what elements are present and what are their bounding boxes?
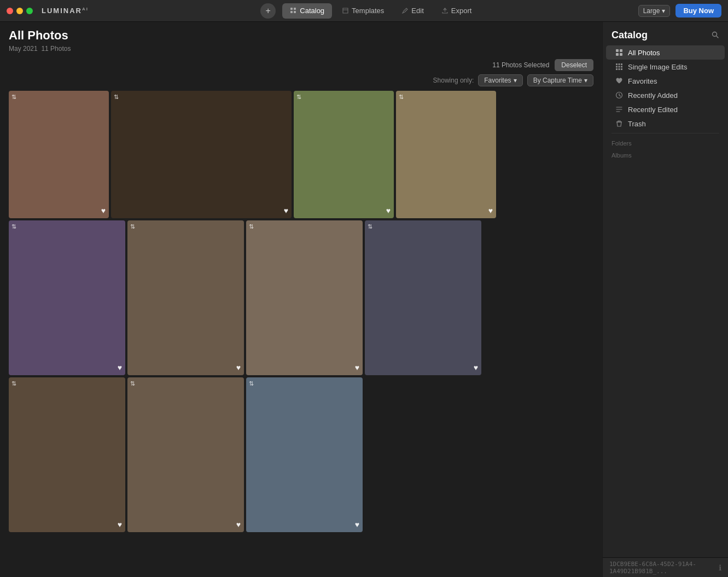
photo-3[interactable]: ⇅ ♥ xyxy=(294,91,394,218)
adjust-icon: ⇅ xyxy=(11,380,16,387)
export-icon xyxy=(441,7,449,14)
favorite-icon[interactable]: ♥ xyxy=(284,206,288,215)
grid-icon xyxy=(615,62,624,71)
minimize-dot[interactable] xyxy=(16,8,23,14)
adjust-icon: ⇅ xyxy=(296,94,301,101)
photo-grid: ⇅ ♥ ⇅ ♥ ⇅ ♥ ⇅ ♥ ⇅ xyxy=(0,91,602,577)
adjust-icon: ⇅ xyxy=(368,223,372,230)
sidebar-item-recently-added[interactable]: Recently Added xyxy=(606,88,725,102)
titlebar-nav: + Catalog Templates Edit xyxy=(102,3,638,19)
favorite-icon[interactable]: ♥ xyxy=(101,206,106,215)
photo-7[interactable]: ⇅ ♥ xyxy=(246,220,363,375)
app-logo: LUMINARAI xyxy=(42,7,89,15)
svg-rect-14 xyxy=(621,66,622,68)
adjust-icon: ⇅ xyxy=(114,94,119,101)
albums-section-label: Albums xyxy=(603,148,728,160)
adjust-icon: ⇅ xyxy=(249,223,254,230)
content-area: All Photos May 2021 11 Photos 11 Photos … xyxy=(0,22,602,577)
main-layout: All Photos May 2021 11 Photos 11 Photos … xyxy=(0,22,728,577)
svg-rect-13 xyxy=(619,66,620,68)
photo-5[interactable]: ⇅ ♥ xyxy=(9,220,125,375)
search-icon[interactable] xyxy=(711,31,719,40)
titlebar-right: Large ▾ Buy Now xyxy=(638,4,721,18)
photo-11[interactable]: ⇅ ♥ xyxy=(246,377,363,532)
content-header: All Photos May 2021 11 Photos xyxy=(0,22,602,56)
favorite-icon[interactable]: ♥ xyxy=(355,520,359,529)
sidebar-item-single-image-edits[interactable]: Single Image Edits xyxy=(606,60,725,74)
svg-rect-12 xyxy=(616,66,618,68)
clock-icon xyxy=(615,91,624,100)
photo-1[interactable]: ⇅ ♥ xyxy=(9,91,109,218)
svg-rect-16 xyxy=(619,68,620,70)
svg-rect-10 xyxy=(619,63,620,65)
selected-count-label: 11 Photos Selected xyxy=(492,61,549,69)
favorite-icon[interactable]: ♥ xyxy=(236,363,241,372)
sidebar-title: Catalog xyxy=(611,30,648,41)
favorite-icon[interactable]: ♥ xyxy=(355,363,359,372)
templates-icon xyxy=(342,7,349,14)
filter-bar: Showing only: Favorites ▾ By Capture Tim… xyxy=(0,74,602,91)
filter-prefix-label: Showing only: xyxy=(433,77,474,84)
sidebar-item-label: Single Image Edits xyxy=(628,63,687,71)
chevron-down-icon: ▾ xyxy=(584,77,587,84)
tab-export[interactable]: Export xyxy=(434,3,480,19)
content-toolbar: 11 Photos Selected Deselect xyxy=(0,56,602,74)
adjust-icon: ⇅ xyxy=(11,223,16,230)
sort-dropdown[interactable]: By Capture Time ▾ xyxy=(527,74,593,86)
sidebar-item-all-photos[interactable]: All Photos xyxy=(606,45,725,60)
info-icon[interactable]: ℹ xyxy=(719,563,721,572)
add-button[interactable]: + xyxy=(260,3,276,19)
photo-2[interactable]: ⇅ ♥ xyxy=(111,91,292,218)
adjust-icon: ⇅ xyxy=(130,223,135,230)
lines-icon xyxy=(615,105,624,114)
photo-10[interactable]: ⇅ ♥ xyxy=(127,377,244,532)
svg-rect-1 xyxy=(294,8,296,10)
tab-catalog[interactable]: Catalog xyxy=(282,3,332,19)
fullscreen-dot[interactable] xyxy=(26,8,33,14)
tab-templates[interactable]: Templates xyxy=(334,3,392,19)
sidebar-item-favorites[interactable]: Favorites xyxy=(606,74,725,88)
page-title: All Photos xyxy=(9,28,593,43)
photo-4[interactable]: ⇅ ♥ xyxy=(396,91,496,218)
content-subtitle: May 2021 11 Photos xyxy=(9,45,593,53)
adjust-icon: ⇅ xyxy=(249,380,254,387)
deselect-button[interactable]: Deselect xyxy=(555,59,593,71)
adjust-icon: ⇅ xyxy=(399,94,404,101)
size-selector[interactable]: Large ▾ xyxy=(638,5,671,17)
sidebar-item-label: Trash xyxy=(628,120,646,128)
favorite-icon[interactable]: ♥ xyxy=(236,520,241,529)
sidebar: Catalog All Photos xyxy=(602,22,728,577)
close-dot[interactable] xyxy=(7,8,13,14)
favorite-icon[interactable]: ♥ xyxy=(488,206,493,215)
photo-8[interactable]: ⇅ ♥ xyxy=(365,220,481,375)
titlebar: LUMINARAI + Catalog Templates Edit xyxy=(0,0,728,22)
svg-point-4 xyxy=(713,32,717,36)
edit-icon xyxy=(401,7,409,14)
favorite-icon[interactable]: ♥ xyxy=(118,363,122,372)
svg-rect-8 xyxy=(620,53,622,56)
sidebar-item-label: All Photos xyxy=(628,49,660,57)
sidebar-item-recently-edited[interactable]: Recently Edited xyxy=(606,102,725,116)
svg-rect-9 xyxy=(616,63,618,65)
chevron-down-icon: ▾ xyxy=(662,7,665,15)
tab-edit[interactable]: Edit xyxy=(394,3,431,19)
svg-rect-15 xyxy=(616,68,618,70)
favorite-icon[interactable]: ♥ xyxy=(386,206,391,215)
favorites-filter-dropdown[interactable]: Favorites ▾ xyxy=(478,74,522,86)
photo-6[interactable]: ⇅ ♥ xyxy=(127,220,244,375)
photo-row-2: ⇅ ♥ ⇅ ♥ ⇅ ♥ ⇅ ♥ xyxy=(9,220,593,375)
sidebar-item-label: Recently Added xyxy=(628,91,678,100)
folders-section-label: Folders xyxy=(603,136,728,148)
photos-icon xyxy=(615,48,624,57)
file-id-label: 1DCB9EBE-6C8A-45D2-91A4-1A49D21B981B_... xyxy=(609,561,714,575)
favorite-icon[interactable]: ♥ xyxy=(474,363,478,372)
svg-rect-7 xyxy=(616,53,619,56)
buy-button[interactable]: Buy Now xyxy=(675,4,721,18)
svg-rect-6 xyxy=(620,49,622,52)
svg-rect-0 xyxy=(290,8,293,10)
favorite-icon[interactable]: ♥ xyxy=(118,520,122,529)
photo-9[interactable]: ⇅ ♥ xyxy=(9,377,125,532)
bottom-bar: 1DCB9EBE-6C8A-45D2-91A4-1A49D21B981B_...… xyxy=(603,557,728,577)
chevron-down-icon: ▾ xyxy=(514,77,517,84)
sidebar-item-trash[interactable]: Trash xyxy=(606,116,725,131)
